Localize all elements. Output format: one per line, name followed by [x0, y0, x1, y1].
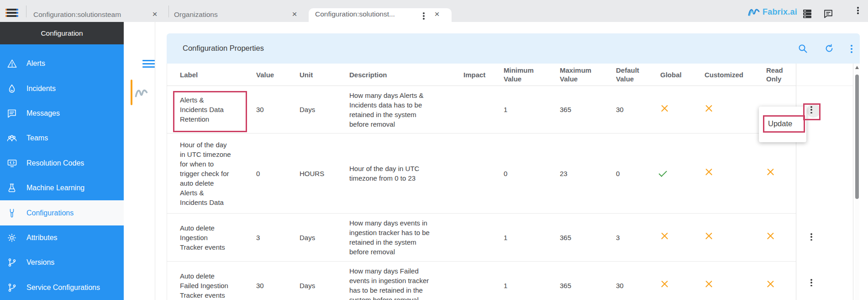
sidebar-item-messages[interactable]: Messages [0, 101, 124, 126]
refresh-icon[interactable] [824, 43, 834, 54]
col-impact: Impact [463, 70, 504, 79]
row-menu-hover-circle [807, 104, 821, 118]
row-actions-column [796, 64, 853, 300]
sidebar-item-configurations[interactable]: Configurations [0, 200, 124, 225]
brand-text: Fabrix.ai [763, 7, 797, 17]
col-global: Global [660, 70, 705, 79]
row-default: 3 [616, 233, 660, 242]
table-row[interactable]: Auto delete Failed Ingestion Tracker eve… [167, 262, 796, 300]
actions-header-spacer [796, 64, 853, 86]
row-unit: HOURS [300, 169, 349, 178]
close-icon[interactable]: × [432, 10, 442, 19]
fabrix-logo-mark [748, 6, 760, 17]
table-row[interactable]: Alerts & Incidents Data Retention 30 Day… [167, 86, 796, 134]
row-label: Alerts & Incidents Data Retention [180, 95, 231, 124]
row-unit: Days [300, 105, 349, 114]
sidebar-item-teams[interactable]: Teams [0, 126, 124, 150]
sidebar-item-label: Attributes [26, 234, 58, 242]
row-label: Auto delete Failed Ingestion Tracker eve… [180, 271, 231, 300]
fabrix-mini-tab[interactable] [135, 87, 148, 101]
sidebar-item-label: Versions [26, 258, 54, 267]
sidebar-item-label: Machine Learning [26, 184, 84, 192]
col-maximum: Maximum Value [560, 66, 616, 83]
table-row[interactable]: Auto delete Ingestion Tracker events 3 D… [167, 214, 796, 262]
panel-header: Configuration Properties [167, 33, 860, 64]
sidebar-item-label: Messages [26, 109, 60, 118]
col-label: Label [180, 70, 256, 79]
tab-label: Configuration:solutionsteam [33, 11, 121, 19]
row-value: 30 [256, 105, 300, 114]
sidebar-item-versions[interactable]: Versions [0, 250, 124, 275]
col-unit: Unit [300, 70, 349, 79]
panel-hamburger-icon[interactable] [142, 60, 155, 70]
row-label: Auto delete Ingestion Tracker events [180, 223, 231, 252]
panel-title: Configuration Properties [183, 44, 264, 53]
row-description: How many days Alerts & Incidents data ha… [349, 91, 434, 129]
close-icon[interactable]: × [150, 10, 159, 19]
flame-icon [6, 84, 18, 94]
sidebar-item-machine-learning[interactable]: Machine Learning [0, 176, 124, 200]
row-menu-kebab-icon[interactable] [810, 106, 812, 113]
col-description: Description [349, 70, 463, 79]
read-only-no-icon [766, 280, 775, 289]
row-menu-kebab-icon[interactable] [810, 233, 812, 241]
vertical-scrollbar[interactable] [855, 64, 859, 300]
sidebar-nav: Alerts Incidents Messages Teams Resoluti [0, 44, 124, 300]
git-branch-icon [6, 283, 18, 293]
sidebar-item-service-configurations[interactable]: Service Configurations [0, 275, 124, 300]
row-unit: Days [300, 281, 349, 290]
global-no-icon [660, 104, 669, 113]
sidebar-item-label: Resolution Codes [26, 159, 84, 167]
global-no-icon [660, 280, 669, 289]
customized-no-icon [705, 232, 713, 241]
scroll-up-arrow-icon[interactable] [855, 66, 859, 69]
row-value: 30 [256, 281, 300, 290]
search-icon[interactable] [798, 43, 808, 54]
sidebar-title: Configuration [0, 22, 124, 44]
row-minimum: 1 [504, 105, 560, 114]
close-icon[interactable]: × [290, 10, 299, 19]
row-description: How many days Failed events in ingestion… [349, 266, 434, 300]
tab-configuration-active[interactable]: Configuration:solutionst... × [309, 8, 452, 22]
git-branch-icon [6, 257, 18, 268]
sidebar-item-alerts[interactable]: Alerts [0, 51, 124, 76]
row-menu-kebab-icon[interactable] [810, 279, 812, 286]
row-maximum: 365 [560, 233, 616, 242]
monitor-code-icon [6, 158, 18, 168]
scrollbar-thumb[interactable] [855, 75, 859, 199]
col-minimum: Minimum Value [504, 66, 560, 83]
row-maximum: 365 [560, 105, 616, 114]
update-menu-item[interactable]: Update [768, 119, 792, 128]
customized-no-icon [705, 104, 713, 113]
sidebar-item-resolution-codes[interactable]: Resolution Codes [0, 151, 124, 176]
server-stack-icon[interactable] [802, 9, 812, 19]
browser-tab-bar: Configuration:solutionsteam × Organizati… [0, 0, 868, 22]
tab-configuration-solutionsteam[interactable]: Configuration:solutionsteam × [26, 0, 168, 22]
col-value: Value [256, 70, 300, 79]
tab-menu-kebab-icon[interactable] [423, 12, 425, 20]
row-label: Hour of the day in UTC timezone for when… [180, 140, 231, 207]
row-default: 30 [616, 281, 660, 290]
sidebar-item-incidents[interactable]: Incidents [0, 76, 124, 101]
table-header-row: Label Value Unit Description Impact Mini… [167, 64, 796, 86]
row-default: 0 [616, 169, 660, 178]
global-yes-icon [658, 168, 667, 177]
chat-icon[interactable] [823, 9, 833, 19]
wrench-icon [6, 208, 18, 218]
more-options-kebab-icon[interactable] [857, 7, 859, 14]
table-row[interactable]: Hour of the day in UTC timezone for when… [167, 134, 796, 214]
tab-organizations[interactable]: Organizations × [168, 0, 309, 22]
row-maximum: 365 [560, 281, 616, 290]
people-icon [6, 133, 18, 143]
hamburger-menu-icon[interactable] [5, 9, 18, 17]
col-customized: Customized [705, 70, 766, 79]
panel-kebab-icon[interactable] [850, 45, 853, 55]
row-description: Hour of the day in UTC timezone from 0 t… [349, 164, 434, 183]
configuration-properties-panel: Configuration Properties Label Value Uni… [167, 33, 860, 300]
sidebar-item-attributes[interactable]: Attributes [0, 225, 124, 250]
read-only-no-icon [766, 232, 775, 241]
tab-label: Configuration:solutionst... [315, 10, 395, 18]
row-minimum: 0 [504, 169, 560, 178]
row-minimum: 1 [504, 233, 560, 242]
read-only-no-icon [766, 168, 775, 177]
